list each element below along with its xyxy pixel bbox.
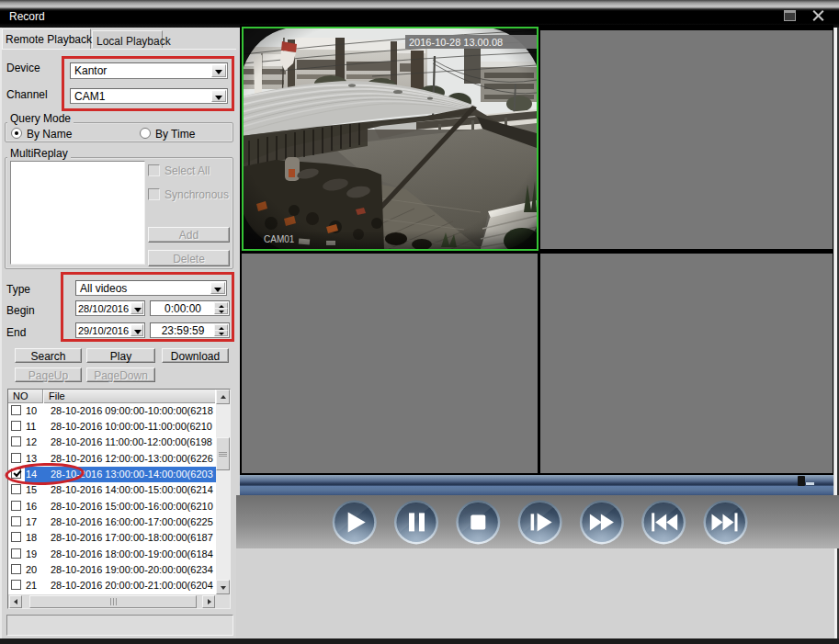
svg-text:CAM01: CAM01 — [264, 234, 295, 244]
svg-text:2016-10-28 13.00.08: 2016-10-28 13.00.08 — [409, 37, 503, 48]
